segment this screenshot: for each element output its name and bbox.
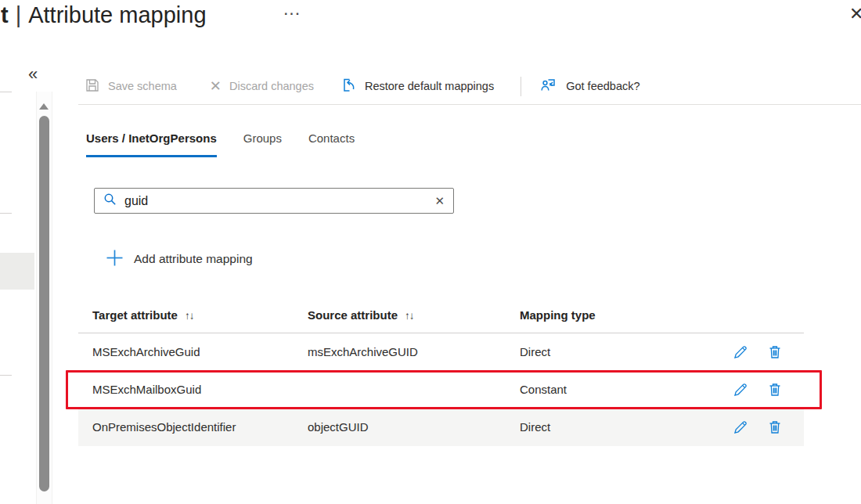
command-bar: Save schema ✕ Discard changes Restore de…	[78, 72, 647, 100]
restore-icon	[340, 77, 357, 95]
plus-icon	[106, 249, 124, 270]
sidebar-divider	[0, 375, 12, 376]
save-schema-button[interactable]: Save schema	[78, 77, 183, 95]
edit-pencil-icon[interactable]	[732, 419, 749, 436]
delete-trash-icon[interactable]	[766, 419, 784, 436]
sidebar-divider	[0, 92, 12, 92]
table-row-msexcharchiveguid[interactable]: MSExchArchiveGuid msExchArchiveGUID Dire…	[78, 333, 804, 371]
tab-contacts[interactable]: Contacts	[308, 131, 355, 157]
table-row-msexchmailboxguid[interactable]: MSExchMailboxGuid Constant	[78, 371, 804, 409]
source-attribute-cell: objectGUID	[308, 409, 369, 446]
target-attribute-cell: OnPremisesObjectIdentifier	[92, 409, 236, 446]
attribute-search-box: ✕	[94, 188, 454, 214]
edit-pencil-icon[interactable]	[732, 344, 749, 361]
sidebar-divider	[0, 213, 12, 214]
table-header-row: Target attribute↑↓ Source attribute↑↓ Ma…	[78, 301, 804, 333]
sort-icon[interactable]: ↑↓	[185, 310, 194, 322]
restore-default-mappings-button[interactable]: Restore default mappings	[334, 77, 500, 95]
column-header-source-attribute[interactable]: Source attribute↑↓	[308, 308, 414, 322]
search-icon	[103, 193, 117, 209]
search-input[interactable]	[124, 194, 427, 208]
attribute-mapping-blade: t|Attribute mapping ··· ✕ « Save schema …	[0, 0, 861, 504]
mapping-type-cell: Direct	[520, 409, 550, 446]
sidebar-collapse-icon[interactable]: «	[28, 66, 38, 83]
column-header-target-attribute[interactable]: Target attribute↑↓	[92, 308, 193, 322]
tab-groups[interactable]: Groups	[243, 131, 282, 157]
toolbar-border	[78, 104, 861, 105]
toolbar-divider	[521, 77, 521, 96]
discard-icon: ✕	[210, 77, 222, 95]
got-feedback-button[interactable]: Got feedback?	[534, 77, 646, 95]
restore-default-mappings-label: Restore default mappings	[365, 80, 494, 92]
object-type-tabs: Users / InetOrgPersons Groups Contacts	[86, 131, 355, 157]
mapping-type-cell: Direct	[520, 333, 550, 371]
delete-trash-icon[interactable]	[766, 381, 784, 398]
edit-pencil-icon[interactable]	[732, 381, 749, 398]
sidebar-selected-item[interactable]	[0, 253, 34, 290]
mapping-table: Target attribute↑↓ Source attribute↑↓ Ma…	[78, 301, 804, 446]
sort-icon[interactable]: ↑↓	[405, 310, 414, 322]
target-attribute-cell: MSExchMailboxGuid	[92, 371, 201, 409]
feedback-icon	[540, 77, 558, 95]
add-attribute-mapping-label: Add attribute mapping	[134, 252, 253, 266]
scrollbar-thumb[interactable]	[39, 116, 49, 491]
page-title: t|Attribute mapping	[1, 2, 207, 28]
save-schema-label: Save schema	[108, 80, 177, 92]
discard-changes-button[interactable]: ✕ Discard changes	[204, 77, 320, 95]
discard-changes-label: Discard changes	[229, 80, 314, 92]
save-icon	[85, 77, 100, 95]
tab-users-inetorgpersons[interactable]: Users / InetOrgPersons	[86, 131, 217, 157]
column-header-mapping-type: Mapping type	[520, 308, 596, 322]
page-title-prefix: t	[1, 2, 9, 27]
got-feedback-label: Got feedback?	[566, 80, 639, 92]
target-attribute-cell: MSExchArchiveGuid	[92, 333, 200, 371]
table-row-onpremisesobjectidentifier[interactable]: OnPremisesObjectIdentifier objectGUID Di…	[78, 409, 804, 446]
page-title-text: Attribute mapping	[28, 2, 206, 27]
close-icon[interactable]: ✕	[849, 4, 861, 24]
delete-trash-icon[interactable]	[766, 344, 784, 361]
clear-search-icon[interactable]: ✕	[434, 194, 445, 208]
title-separator: |	[9, 2, 29, 27]
source-attribute-cell: msExchArchiveGUID	[308, 333, 418, 371]
add-attribute-mapping-button[interactable]: Add attribute mapping	[106, 248, 253, 270]
more-options-icon[interactable]: ···	[284, 7, 301, 21]
mapping-type-cell: Constant	[520, 371, 567, 409]
scroll-up-icon[interactable]	[39, 103, 49, 110]
